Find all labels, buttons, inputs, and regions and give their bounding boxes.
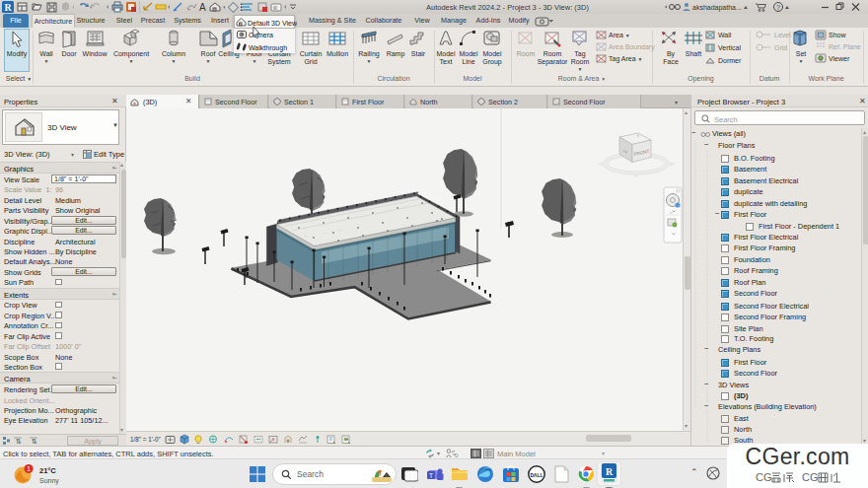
svg-text:Room: Room bbox=[571, 58, 590, 65]
svg-text:Show: Show bbox=[829, 32, 846, 38]
svg-text:Wall: Wall bbox=[718, 32, 732, 38]
svg-text:Tag: Tag bbox=[574, 50, 585, 58]
svg-text:Sunny: Sunny bbox=[39, 477, 59, 485]
svg-text:R: R bbox=[606, 466, 614, 477]
svg-text:Room: Room bbox=[517, 50, 536, 57]
svg-text:akshadapatha...: akshadapatha... bbox=[692, 4, 742, 12]
svg-text:⇅: ⇅ bbox=[32, 438, 37, 445]
svg-text:Room: Room bbox=[543, 50, 562, 57]
svg-text:Window: Window bbox=[83, 50, 108, 57]
svg-text:Shaft: Shaft bbox=[686, 50, 701, 57]
svg-text:Separator: Separator bbox=[538, 58, 568, 66]
svg-text:▼: ▼ bbox=[367, 58, 372, 64]
svg-text:▼: ▼ bbox=[799, 58, 804, 64]
svg-text:Ref. Plane: Ref. Plane bbox=[829, 43, 861, 50]
svg-text:Text: Text bbox=[440, 58, 453, 65]
svg-text:⇅: ⇅ bbox=[16, 438, 22, 445]
svg-text:Model: Model bbox=[459, 50, 478, 57]
svg-text:▼: ▼ bbox=[129, 58, 134, 64]
svg-text:R: R bbox=[4, 2, 12, 13]
svg-text:Area Boundary: Area Boundary bbox=[609, 43, 655, 51]
svg-text:0: 0 bbox=[455, 453, 459, 458]
svg-text:Roof: Roof bbox=[201, 50, 216, 57]
svg-text:Camera: Camera bbox=[249, 32, 273, 38]
svg-text:Stair: Stair bbox=[411, 50, 426, 57]
svg-text:CG: CG bbox=[802, 471, 819, 483]
svg-text:Component: Component bbox=[113, 50, 149, 58]
svg-text:Default 3D View: Default 3D View bbox=[248, 20, 297, 27]
svg-text:Door: Door bbox=[61, 50, 77, 57]
svg-text:Ramp: Ramp bbox=[387, 50, 405, 58]
svg-text:·—·: ·—· bbox=[304, 235, 308, 237]
svg-text:Set: Set bbox=[796, 50, 807, 57]
svg-text:Column: Column bbox=[162, 50, 185, 57]
svg-text:1: 1 bbox=[27, 465, 31, 472]
svg-text:Model: Model bbox=[482, 50, 502, 57]
svg-text:Vertical: Vertical bbox=[718, 44, 741, 51]
svg-text:Level: Level bbox=[774, 32, 791, 38]
svg-text:Curtain: Curtain bbox=[300, 50, 323, 57]
svg-text:Line: Line bbox=[462, 58, 474, 65]
svg-text:Group: Group bbox=[482, 58, 502, 66]
svg-text:▼: ▼ bbox=[253, 58, 257, 64]
svg-text:Grid: Grid bbox=[774, 44, 787, 51]
svg-text:▼: ▼ bbox=[206, 58, 211, 64]
svg-text:By: By bbox=[667, 50, 676, 58]
svg-text:Grid: Grid bbox=[304, 58, 317, 65]
svg-text:Area ▼: Area ▼ bbox=[609, 32, 630, 38]
svg-text:Tag Area ▼: Tag Area ▼ bbox=[609, 55, 643, 63]
svg-text:?: ? bbox=[776, 4, 780, 11]
svg-text:Railing: Railing bbox=[358, 50, 380, 58]
svg-text:Dormer: Dormer bbox=[718, 57, 742, 64]
svg-text:CG: CG bbox=[756, 471, 772, 483]
svg-text:▼: ▼ bbox=[172, 58, 177, 64]
svg-text:DΛLL: DΛLL bbox=[530, 472, 542, 478]
svg-text:Viewer: Viewer bbox=[829, 55, 850, 62]
svg-text:Face: Face bbox=[663, 58, 679, 65]
svg-text:T: T bbox=[429, 472, 433, 479]
svg-text:System: System bbox=[267, 58, 291, 66]
svg-text:Walkthrough: Walkthrough bbox=[249, 44, 287, 52]
svg-text:21°C: 21°C bbox=[39, 466, 56, 475]
svg-text:Wall: Wall bbox=[39, 50, 53, 57]
svg-text:▼: ▼ bbox=[44, 58, 49, 64]
svg-text:A: A bbox=[199, 2, 206, 13]
svg-text:Model: Model bbox=[436, 50, 456, 57]
svg-text:▼: ▼ bbox=[578, 66, 583, 72]
svg-text:Mullion: Mullion bbox=[326, 50, 348, 57]
